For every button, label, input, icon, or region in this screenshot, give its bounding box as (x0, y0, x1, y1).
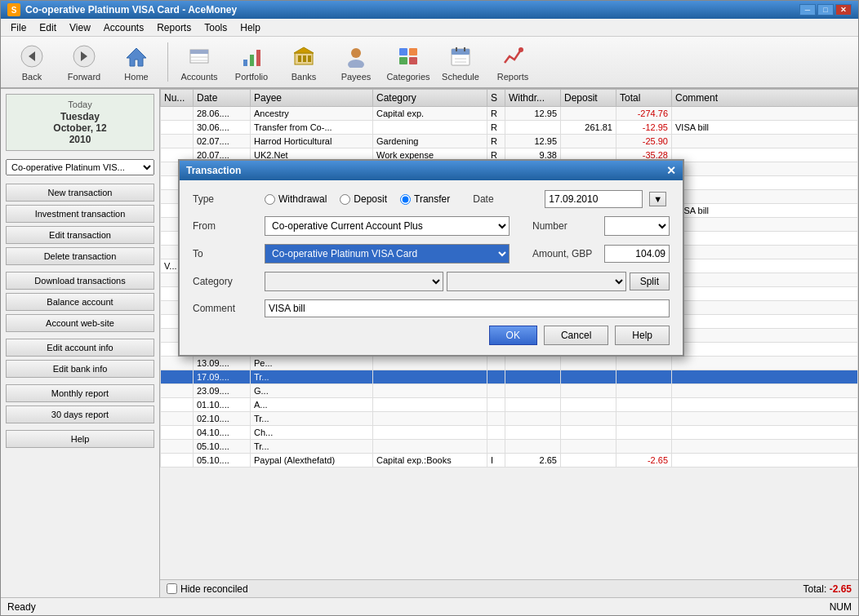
comment-row: Comment (193, 299, 670, 317)
number-section: Number (532, 216, 670, 236)
amount-section: Amount, GBP (532, 245, 670, 263)
modal-overlay[interactable]: Transaction ✕ Type Withdrawal Deposit (0, 0, 859, 616)
category-dropdown-2[interactable] (447, 272, 625, 291)
dialog-buttons: OK Cancel Help (193, 326, 670, 345)
withdrawal-radio-label: Withdrawal (278, 193, 327, 205)
type-radio-group: Withdrawal Deposit Transfer (265, 193, 450, 205)
transfer-radio-input[interactable] (400, 194, 411, 205)
help-dialog-button[interactable]: Help (615, 326, 670, 345)
to-label: To (193, 248, 258, 259)
withdrawal-radio-input[interactable] (265, 194, 275, 205)
deposit-radio-label: Deposit (354, 193, 387, 205)
split-button[interactable]: Split (630, 273, 670, 290)
from-dropdown[interactable]: Co-operative Current Account Plus (265, 216, 510, 236)
category-dropdown-1[interactable] (265, 272, 443, 291)
transaction-dialog: Transaction ✕ Type Withdrawal Deposit (178, 159, 684, 357)
amount-label: Amount, GBP (532, 248, 598, 259)
dialog-body: Type Withdrawal Deposit Transfer (180, 180, 683, 355)
amount-input[interactable] (604, 245, 670, 263)
to-row: To Co-operative Platinum VISA Card Amoun… (193, 244, 670, 264)
type-deposit-radio[interactable]: Deposit (340, 193, 387, 205)
date-label: Date (473, 193, 538, 205)
number-dropdown[interactable] (604, 216, 670, 236)
ok-button[interactable]: OK (489, 326, 537, 345)
type-row: Type Withdrawal Deposit Transfer (193, 190, 670, 208)
dialog-title-bar: Transaction ✕ (180, 161, 683, 180)
transfer-radio-label: Transfer (414, 193, 450, 205)
number-label: Number (532, 220, 598, 232)
from-row: From Co-operative Current Account Plus N… (193, 216, 670, 236)
date-picker-button[interactable]: ▼ (649, 192, 666, 206)
deposit-radio-input[interactable] (340, 194, 350, 205)
date-input[interactable]: 17.09.2010 (545, 190, 643, 208)
cancel-button[interactable]: Cancel (544, 326, 608, 345)
type-withdrawal-radio[interactable]: Withdrawal (265, 193, 327, 205)
category-selects: Split (265, 272, 670, 291)
to-dropdown[interactable]: Co-operative Platinum VISA Card (265, 244, 510, 264)
type-transfer-radio[interactable]: Transfer (400, 193, 450, 205)
from-label: From (193, 220, 258, 232)
category-row: Category Split (193, 272, 670, 291)
comment-input[interactable] (265, 299, 670, 317)
dialog-title: Transaction (186, 165, 241, 176)
comment-label: Comment (193, 303, 258, 314)
date-section: Date 17.09.2010 ▼ (473, 190, 666, 208)
type-label: Type (193, 193, 258, 205)
dialog-close-button[interactable]: ✕ (666, 164, 676, 177)
category-label: Category (193, 276, 258, 287)
